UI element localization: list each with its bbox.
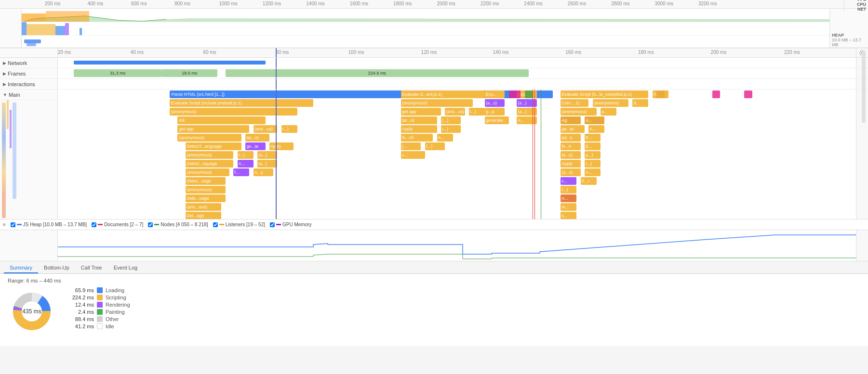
donut-label: 435 ms [22, 308, 41, 315]
nodes-legend-label: Nodes [4 050 – 8 218] [160, 222, 208, 227]
green-bar-r1 [525, 90, 533, 98]
as2-bar: (a...) [517, 99, 536, 107]
tab-bottomup[interactable]: Bottom-Up [38, 263, 75, 273]
legend-expand[interactable]: ≡ [3, 222, 6, 227]
f-bar: f... [233, 168, 249, 176]
js-heap-checkbox[interactable] [11, 222, 15, 227]
t-bar-ga: t...) [281, 125, 297, 133]
tab-calltree[interactable]: Call Tree [75, 263, 108, 273]
e2-c: E... [585, 142, 601, 150]
js-heap-legend[interactable]: JS Heap [10.0 MB – 13.7 MB] [11, 222, 87, 227]
anon-bar-1: (anonymous) [170, 108, 297, 116]
ruler-140ms: 140 ms [493, 50, 509, 55]
interactions-label: Interactions [8, 81, 35, 87]
documents-legend[interactable]: Documents [2 – 7] [92, 222, 143, 227]
ruler-mark-2400: 2400 ms [524, 1, 542, 6]
interactions-row-content [58, 79, 856, 89]
ruler-mark-2600: 2600 ms [568, 1, 586, 6]
svg-rect-2 [46, 11, 89, 22]
legend-row-rendering: 12.4 ms Rendering [67, 302, 130, 308]
listeners-checkbox[interactable] [213, 222, 218, 227]
main-section: ▼ Main Parse HTML (src.html [1...]) Eval… [0, 90, 868, 219]
rendering-label: Rendering [106, 302, 130, 308]
svg-rect-1 [22, 13, 46, 22]
tab-eventlog[interactable]: Event Log [108, 263, 144, 273]
documents-checkbox[interactable] [92, 222, 96, 227]
anon-bar-2: (anonymous) [177, 134, 241, 142]
m-c: m... [561, 203, 576, 211]
svg-rect-3 [22, 22, 27, 36]
frame-block-1: 31.3 ms [74, 69, 161, 77]
frame-label-1: 31.3 ms [110, 71, 125, 76]
s-c: s... [561, 212, 576, 219]
ruler-mark-1200: 1200 ms [263, 1, 281, 6]
ruler-mark-600: 600 ms [131, 1, 147, 6]
anon-bar-4: (anonymous) [186, 168, 229, 176]
a7-c: A... [585, 168, 601, 176]
det-age-bar: Det...age [186, 212, 222, 219]
ruler-60ms: 60 ms [203, 50, 216, 55]
scripting-label: Scripting [106, 295, 126, 300]
anous-bar: (ano...ous) [186, 203, 222, 211]
ruler-220ms: 220 ms [784, 50, 800, 55]
tab-summary[interactable]: Summary [4, 263, 38, 273]
loading-value: 65.9 ms [67, 287, 94, 293]
pink-bar-r1 [509, 90, 521, 98]
frame-block-3: 224.6 ms [226, 69, 529, 77]
main-row-label[interactable]: ▼ Main [0, 90, 57, 100]
js-heap-legend-label: JS Heap [10.0 MB – 13.7 MB] [23, 222, 87, 227]
svg-rect-4 [27, 24, 55, 36]
getapp-sent: get app [401, 108, 441, 116]
gpu-memory-checkbox[interactable] [270, 222, 275, 227]
as1-bar: (a...s) [485, 99, 505, 107]
frames-row: ▶ Frames 31.3 ms 18.0 ms 224.6 ms [0, 68, 868, 79]
idle-label: Idle [106, 323, 114, 329]
svg-marker-0 [22, 16, 829, 22]
c2-c: c... [561, 177, 576, 185]
t-sent: t...) [469, 108, 485, 116]
memory-chart [0, 230, 868, 261]
frame-block-2: 18.0 ms [161, 69, 217, 77]
memory-legend-row: ≡ JS Heap [10.0 MB – 13.7 MB] Documents … [0, 219, 868, 230]
eval-script-bar: Evaluate Script (include.preload.js:1) [170, 99, 313, 107]
network-row: ▶ Network [0, 58, 868, 68]
main-label-area: ▼ Main [0, 90, 58, 219]
frames-row-content: 31.3 ms 18.0 ms 224.6 ms [58, 68, 856, 78]
top-overview-panel: 200 ms 400 ms 600 ms 800 ms 1000 ms 1200… [0, 0, 868, 48]
ads-c: ad...s [561, 134, 580, 142]
com1-bar: Com....1) [561, 99, 588, 107]
interactions-row-label[interactable]: ▶ Interactions [0, 79, 58, 89]
evu1-bar: Evu... [485, 90, 505, 98]
ruler-40ms: 40 ms [131, 50, 144, 55]
heap-range: 10.0 MB – 13.7 MB [832, 38, 866, 47]
legend-row-loading: 65.9 ms Loading [67, 287, 130, 293]
cpu-label: CPU [844, 2, 866, 7]
p2-c: p...) [585, 151, 601, 159]
frame-label-3: 224.6 ms [368, 71, 386, 76]
frames-row-label[interactable]: ▶ Frames [0, 68, 58, 78]
other-label: Other [106, 316, 119, 322]
nodes-checkbox[interactable] [148, 222, 153, 227]
apply-sent: Apply [401, 125, 437, 133]
frame-label-2: 18.0 ms [182, 71, 197, 76]
ruler-mark-400: 400 ms [87, 1, 103, 6]
gpu-memory-legend[interactable]: GPU Memory [270, 222, 312, 227]
svg-rect-7 [80, 28, 82, 36]
nodes-legend[interactable]: Nodes [4 050 – 8 218] [148, 222, 208, 227]
apply-c: Apply [561, 160, 580, 168]
network-row-label[interactable]: ▶ Network [0, 58, 58, 68]
anon-sent-1: (anonymous) [401, 99, 473, 107]
get-app-bar: get app [177, 125, 249, 133]
ruler-200ms: 200 ms [711, 50, 727, 55]
ruler-mark-1600: 1600 ms [350, 1, 368, 6]
ruler-mark-3200: 3200 ms [698, 1, 717, 6]
anon-bar-3: (anonymous) [186, 151, 233, 159]
ruler-mark-2000: 2000 ms [437, 1, 455, 6]
anon-compiled: (anonymous) [593, 99, 629, 107]
painting-label: Painting [106, 309, 125, 315]
net-label: NET [844, 7, 866, 12]
a6-c: A... [588, 125, 604, 133]
e-c: E... [585, 134, 601, 142]
ruler-mark-3000: 3000 ms [655, 1, 673, 6]
listeners-legend[interactable]: Listeners [19 – 52] [213, 222, 265, 227]
